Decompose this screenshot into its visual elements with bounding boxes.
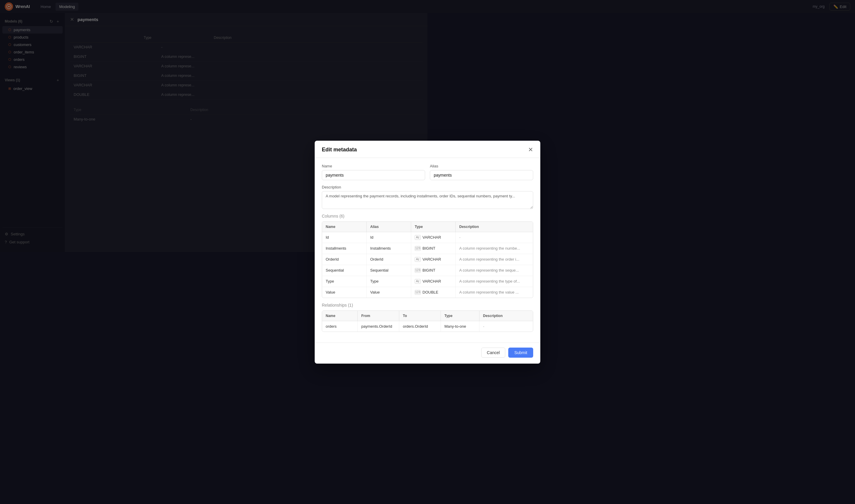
col-header-type: Type — [411, 222, 427, 232]
columns-table: Name Alias Type Description Id Id Az VAR… — [322, 221, 427, 252]
table-row: Installments Installments 123 BIGINT A c… — [322, 243, 427, 252]
description-group: Description A model representing the pay… — [322, 185, 427, 209]
col-alias: Installments — [367, 243, 411, 252]
col-name: Id — [322, 232, 367, 243]
col-alias: Id — [367, 232, 411, 243]
modal-header: Edit metadata ✕ — [315, 141, 427, 158]
modal-body: Name Alias Description A model represent… — [315, 158, 427, 252]
columns-section-title: Columns (6) — [322, 214, 427, 218]
type-icon: Az — [415, 235, 421, 240]
col-header-name: Name — [322, 222, 367, 232]
description-textarea[interactable]: A model representing the payment records… — [322, 191, 427, 209]
modal-title: Edit metadata — [322, 147, 357, 153]
name-label: Name — [322, 164, 425, 168]
name-alias-row: Name Alias — [322, 164, 427, 180]
edit-metadata-modal: Edit metadata ✕ Name Alias Description A… — [315, 141, 427, 252]
col-type: Az VARCHAR — [411, 232, 427, 243]
col-header-alias: Alias — [367, 222, 411, 232]
columns-table-header: Name Alias Type Description — [322, 222, 427, 232]
table-row: Id Id Az VARCHAR - — [322, 232, 427, 243]
col-type: 123 BIGINT — [411, 243, 427, 252]
description-label: Description — [322, 185, 427, 190]
name-group: Name — [322, 164, 425, 180]
name-input[interactable] — [322, 170, 425, 180]
modal-overlay: Edit metadata ✕ Name Alias Description A… — [0, 0, 427, 252]
type-icon: 123 — [415, 246, 421, 251]
col-name: Installments — [322, 243, 367, 252]
